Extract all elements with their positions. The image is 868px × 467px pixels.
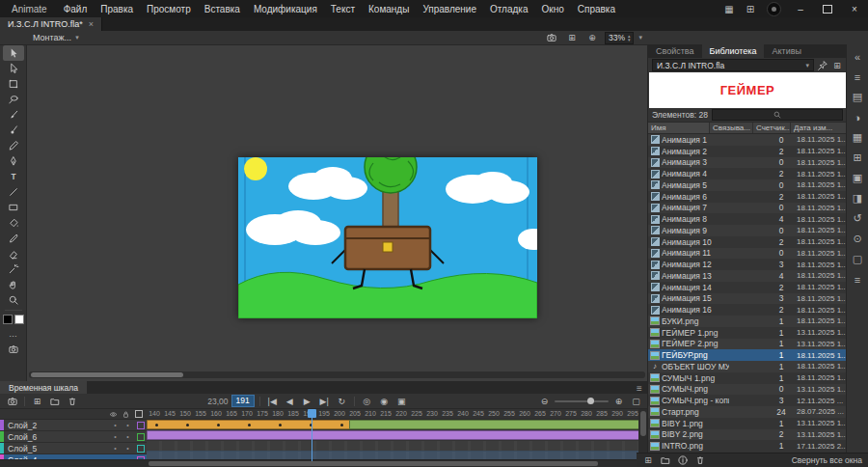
rectangle-tool[interactable] <box>3 200 24 215</box>
go-to-last-frame-icon[interactable]: ▶| <box>317 395 332 407</box>
magic-wand-tool[interactable] <box>3 261 24 277</box>
fill-color-chip[interactable] <box>14 315 24 324</box>
delete-item-icon[interactable] <box>694 454 706 466</box>
layer-visibility-toggle[interactable]: • <box>109 433 122 440</box>
new-library-panel-icon[interactable]: ⊞ <box>831 60 843 71</box>
lasso-tool[interactable] <box>3 92 24 107</box>
layer-name[interactable]: Слой_6 <box>4 432 109 442</box>
loop-icon[interactable]: ↻ <box>335 395 349 407</box>
frames-area[interactable]: 1401451501551601651701751801851901952002… <box>147 409 638 461</box>
library-item[interactable]: Анимация 9018.11.2025 1... <box>648 225 847 236</box>
layer-outline-toggle[interactable] <box>134 433 147 441</box>
library-item[interactable]: Анимация 16218.11.2025 1... <box>648 304 847 316</box>
library-item[interactable]: Анимация 13418.11.2025 1... <box>648 270 847 282</box>
frame-picker-icon[interactable]: ▣ <box>847 168 868 188</box>
profile-icon[interactable] <box>767 2 781 16</box>
library-item[interactable]: Анимация 10218.11.2025 1... <box>648 236 847 248</box>
layer-outline-toggle[interactable] <box>134 422 147 429</box>
maximize-button[interactable] <box>814 0 841 17</box>
layer-name[interactable]: Слой_5 <box>4 444 109 453</box>
playhead-handle[interactable] <box>308 409 316 418</box>
eyedropper-tool[interactable] <box>3 231 24 246</box>
layer-lock-toggle[interactable]: • <box>122 422 134 428</box>
timeline-zoom-out-icon[interactable]: ⊖ <box>537 395 552 407</box>
menu-item[interactable]: Управление <box>416 4 483 14</box>
library-item[interactable]: Старт.png2428.07.2025 ... <box>648 406 847 418</box>
pin-library-icon[interactable] <box>817 60 828 71</box>
menu-item[interactable]: Отладка <box>483 4 535 14</box>
zoom-dropdown-icon[interactable]: ▾ <box>638 34 642 41</box>
library-item[interactable]: Анимация 5018.11.2025 1... <box>648 179 847 191</box>
paint-bucket-tool[interactable] <box>3 215 24 231</box>
menu-item[interactable]: Команды <box>362 4 416 14</box>
hand-tool[interactable] <box>3 277 24 292</box>
library-item[interactable]: Анимация 15318.11.2025 1... <box>648 293 847 305</box>
close-button[interactable]: × <box>841 0 868 17</box>
delete-layer-icon[interactable] <box>65 395 79 407</box>
menu-item[interactable]: Текст <box>324 4 362 14</box>
frame-rate-value[interactable]: 23,00 <box>207 397 228 406</box>
layer-lock-toggle[interactable]: • <box>122 433 134 440</box>
go-to-first-frame-icon[interactable]: |◀ <box>265 395 280 407</box>
close-tab-icon[interactable]: × <box>89 19 94 29</box>
column-linkage[interactable]: Связыва... <box>710 123 753 133</box>
timeline-horizontal-scrollbar[interactable] <box>0 459 648 467</box>
color-icon[interactable]: ◑ <box>847 107 868 127</box>
classic-brush-tool[interactable] <box>3 123 24 138</box>
free-transform-tool[interactable] <box>3 76 24 92</box>
column-modified-date[interactable]: Дата изм... <box>791 123 847 133</box>
new-folder-icon[interactable] <box>660 454 671 466</box>
collapse-panels-icon[interactable]: « <box>847 46 868 67</box>
layer-name[interactable]: Слой_2 <box>4 421 109 430</box>
tab-properties[interactable]: Свойства <box>648 44 702 58</box>
layer-visibility-toggle[interactable]: • <box>109 422 122 428</box>
library-item[interactable]: ♪ОБЪЕКТ ШОУ МУЗЫКА ДЛЯ ИН...118.11.2025 … <box>648 361 847 372</box>
keyframe-dot[interactable] <box>248 424 251 426</box>
layer-outline-toggle[interactable] <box>134 445 147 453</box>
keyframe-dot[interactable] <box>155 424 158 426</box>
menu-item[interactable]: Окно <box>535 4 571 14</box>
column-name[interactable]: Имя <box>648 123 710 133</box>
canvas-horizontal-scrollbar[interactable] <box>29 371 645 378</box>
step-back-icon[interactable]: ◀ <box>283 395 297 407</box>
insert-layer-icon[interactable]: ⊞ <box>30 395 44 407</box>
column-use-count[interactable]: Счетчик... <box>753 123 791 133</box>
layer-row[interactable]: Слой_5•• <box>0 443 147 454</box>
pencil-tool[interactable] <box>3 138 24 153</box>
subselection-tool[interactable] <box>3 61 24 76</box>
menu-item[interactable]: Модификация <box>247 4 324 14</box>
library-item[interactable]: Анимация 3018.11.2025 1... <box>648 157 847 169</box>
properties-icon[interactable]: ≡ <box>847 67 868 87</box>
current-frame-value[interactable]: 191 <box>231 395 255 407</box>
library-item[interactable]: Анимация 14218.11.2025 1... <box>648 282 847 293</box>
camera-icon[interactable] <box>544 32 559 43</box>
add-camera-icon[interactable] <box>5 395 19 407</box>
tween-span[interactable] <box>147 430 638 440</box>
reset-timeline-zoom-icon[interactable]: ▢ <box>629 395 643 407</box>
keyframe-dot[interactable] <box>279 424 282 426</box>
minimize-button[interactable]: – <box>787 0 814 17</box>
tween-span[interactable] <box>147 420 351 429</box>
library-item[interactable]: Анимация 8418.11.2025 1... <box>648 213 847 225</box>
scrollbar-thumb[interactable] <box>640 411 646 436</box>
stroke-color-chip[interactable] <box>3 315 13 324</box>
share-icon[interactable]: ⊞ <box>740 0 761 17</box>
center-stage-icon[interactable]: ⊕ <box>584 32 600 43</box>
tween-span[interactable] <box>349 420 638 429</box>
layer-row[interactable]: Слой_6•• <box>0 431 147 443</box>
library-item[interactable]: Анимация 11018.11.2025 1... <box>648 248 847 260</box>
text-tool[interactable]: T <box>3 169 24 184</box>
library-item[interactable]: ГЕЙБУР.png118.11.2025 1... <box>648 349 847 361</box>
library-item[interactable]: Анимация 1018.11.2025 1... <box>648 134 847 146</box>
search-input[interactable] <box>712 109 843 121</box>
stage-canvas[interactable] <box>238 157 537 318</box>
menu-item[interactable]: Вставка <box>198 4 247 14</box>
camera-tool[interactable] <box>3 342 24 357</box>
layer-visibility-toggle[interactable]: • <box>109 445 122 452</box>
library-icon[interactable]: ▤ <box>847 87 868 107</box>
document-tab[interactable]: И.З.С.Л INTRO.fla* × <box>0 17 102 31</box>
library-item[interactable]: Анимация 7018.11.2025 1... <box>648 203 847 214</box>
zoom-tool[interactable] <box>3 292 24 308</box>
zoom-stepper[interactable]: ▴▾ <box>628 34 631 41</box>
menu-item[interactable]: Файл <box>57 4 95 14</box>
